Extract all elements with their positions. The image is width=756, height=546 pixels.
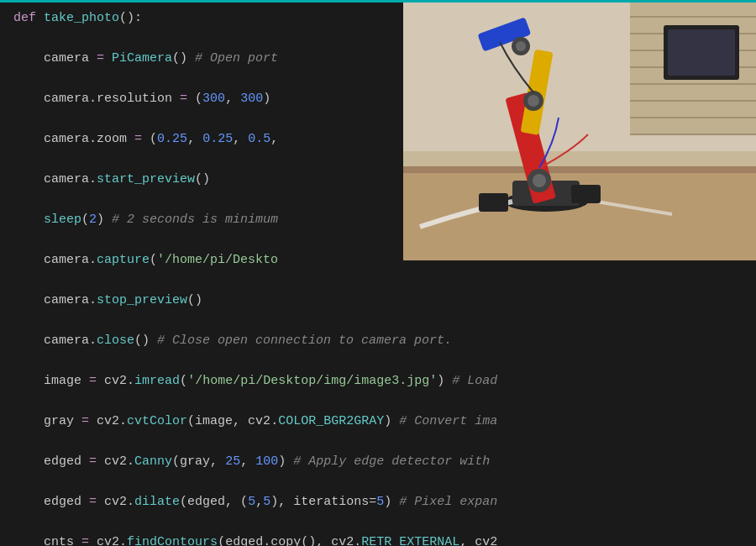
main-container: def take_photo(): camera = PiCamera() # … [0, 0, 756, 546]
svg-point-23 [528, 95, 539, 107]
svg-rect-12 [668, 29, 735, 76]
svg-point-25 [516, 41, 526, 51]
svg-rect-27 [479, 193, 508, 212]
code-line-10: image = cv2.imread('/home/pi/Desktop/img… [13, 371, 743, 391]
svg-point-21 [533, 174, 546, 187]
svg-rect-26 [571, 185, 601, 203]
svg-rect-14 [403, 166, 756, 173]
code-line-12: edged = cv2.Canny(gray, 25, 100) # Apply… [13, 452, 743, 472]
code-line-14: cnts = cv2.findContours(edged.copy(), cv… [13, 533, 743, 546]
code-line-8: camera.stop_preview() [13, 291, 743, 311]
code-line-13: edged = cv2.dilate(edged, (5,5), iterati… [13, 492, 743, 512]
code-line-11: gray = cv2.cvtColor(image, cv2.COLOR_BGR… [13, 412, 743, 432]
top-border [0, 0, 756, 3]
robot-arm-svg [403, 0, 756, 260]
robot-arm-image [403, 0, 756, 260]
code-line-9: camera.close() # Close open connection t… [13, 331, 743, 351]
